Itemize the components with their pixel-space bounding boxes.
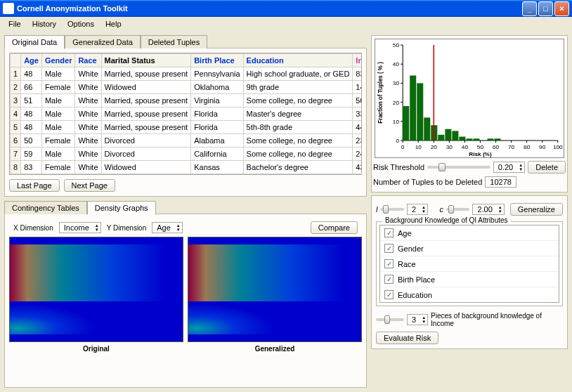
analysis-tabs: Contingency Tables Density Graphs bbox=[4, 201, 367, 214]
col-education[interactable]: Education bbox=[243, 54, 353, 67]
svg-rect-42 bbox=[445, 129, 451, 141]
evaluate-risk-button[interactable]: Evaluate Risk bbox=[376, 332, 438, 344]
tab-deleted-tuples[interactable]: Deleted Tuples bbox=[141, 35, 207, 48]
close-button[interactable]: × bbox=[554, 1, 569, 16]
bk-item[interactable]: ✓Birth Place bbox=[380, 272, 559, 287]
c-value[interactable]: 2.00▲▼ bbox=[472, 204, 504, 215]
generalize-button[interactable]: Generalize bbox=[510, 203, 563, 216]
checkbox-icon[interactable]: ✓ bbox=[384, 275, 394, 284]
c-label: c bbox=[439, 205, 443, 214]
minimize-button[interactable]: _ bbox=[522, 1, 537, 16]
app-icon bbox=[3, 3, 14, 14]
pieces-label: Pieces of background knowledge of Income bbox=[431, 312, 563, 327]
compare-button[interactable]: Compare bbox=[311, 221, 358, 234]
risk-threshold-label: Risk Threshold bbox=[373, 163, 424, 171]
menubar: File History Options Help bbox=[0, 17, 572, 31]
pieces-slider[interactable] bbox=[376, 318, 404, 321]
maximize-button[interactable]: □ bbox=[538, 1, 553, 16]
checkbox-icon[interactable]: ✓ bbox=[384, 244, 394, 253]
svg-text:70: 70 bbox=[508, 144, 515, 150]
col-income[interactable]: Income bbox=[353, 54, 362, 67]
next-page-button[interactable]: Next Page bbox=[64, 179, 115, 192]
window-title: Cornell Anonymization Toolkit bbox=[17, 4, 128, 13]
risk-threshold-value[interactable]: 0.20▲▼ bbox=[493, 162, 525, 173]
tab-original-data[interactable]: Original Data bbox=[4, 35, 65, 49]
generalized-label: Generalized bbox=[255, 345, 295, 353]
data-tabs: Original Data Generalized Data Deleted T… bbox=[4, 35, 367, 48]
data-table[interactable]: Age Gender Race Marital Status Birth Pla… bbox=[10, 53, 362, 174]
table-row[interactable]: 650FemaleWhiteDivorcedAlabamaSome colleg… bbox=[11, 134, 363, 148]
bk-item[interactable]: ✓Race bbox=[380, 256, 559, 272]
menu-help[interactable]: Help bbox=[100, 18, 127, 30]
menu-options[interactable]: Options bbox=[62, 18, 100, 30]
svg-text:40: 40 bbox=[462, 144, 469, 150]
svg-rect-43 bbox=[452, 131, 458, 141]
bk-attribute-list: ✓Age✓Gender✓Race✓Birth Place✓Education bbox=[379, 225, 559, 303]
l-label: l bbox=[376, 205, 377, 214]
checkbox-icon[interactable]: ✓ bbox=[384, 228, 394, 237]
col-marital[interactable]: Marital Status bbox=[101, 54, 191, 67]
original-density-map bbox=[9, 237, 183, 342]
table-row[interactable]: 351MaleWhiteMarried, spouse presentVirgi… bbox=[11, 94, 363, 107]
checkbox-icon[interactable]: ✓ bbox=[384, 290, 394, 299]
svg-text:0: 0 bbox=[396, 138, 399, 144]
checkbox-icon[interactable]: ✓ bbox=[384, 259, 394, 268]
svg-rect-45 bbox=[466, 138, 472, 141]
svg-rect-48 bbox=[487, 138, 493, 141]
l-value[interactable]: 2▲▼ bbox=[407, 204, 428, 215]
col-birth[interactable]: Birth Place bbox=[191, 54, 243, 67]
risk-histogram: 010203040500102030405060708090100Risk (%… bbox=[375, 39, 564, 158]
menu-file[interactable]: File bbox=[3, 18, 27, 30]
table-row[interactable]: 548MaleWhiteMarried, spouse presentFlori… bbox=[11, 121, 363, 134]
table-row[interactable]: 759MaleWhiteDivorcedCaliforniaSome colle… bbox=[11, 148, 363, 161]
bk-item[interactable]: ✓Gender bbox=[380, 241, 559, 256]
x-dim-label: X Dimension bbox=[13, 224, 53, 232]
c-slider[interactable] bbox=[446, 208, 470, 211]
l-slider[interactable] bbox=[380, 208, 404, 211]
bk-item[interactable]: ✓Education bbox=[380, 287, 559, 302]
menu-history[interactable]: History bbox=[27, 18, 62, 30]
generalized-density-map bbox=[188, 237, 362, 342]
svg-rect-38 bbox=[417, 83, 423, 141]
tab-contingency[interactable]: Contingency Tables bbox=[4, 201, 87, 214]
y-dim-select[interactable]: Age▲▼ bbox=[152, 222, 183, 233]
col-age[interactable]: Age bbox=[21, 54, 42, 67]
svg-text:Fraction of Tuples ( % ): Fraction of Tuples ( % ) bbox=[377, 62, 384, 124]
bk-item[interactable]: ✓Age bbox=[380, 226, 559, 241]
x-dim-select[interactable]: Income▲▼ bbox=[59, 222, 101, 233]
svg-rect-46 bbox=[473, 138, 479, 141]
svg-text:100: 100 bbox=[553, 144, 563, 150]
table-row[interactable]: 266FemaleWhiteWidowedOklahoma9th grade14… bbox=[11, 81, 363, 94]
svg-rect-41 bbox=[438, 135, 444, 141]
delete-button[interactable]: Delete bbox=[528, 161, 566, 174]
svg-rect-37 bbox=[410, 76, 416, 141]
svg-text:20: 20 bbox=[393, 100, 400, 106]
svg-text:30: 30 bbox=[446, 144, 453, 150]
svg-rect-49 bbox=[495, 138, 501, 141]
svg-text:60: 60 bbox=[493, 144, 500, 150]
svg-text:Risk (%): Risk (%) bbox=[469, 151, 492, 157]
num-tuples-value: 10278 bbox=[485, 176, 516, 188]
svg-text:80: 80 bbox=[524, 144, 531, 150]
svg-text:50: 50 bbox=[477, 144, 484, 150]
svg-text:20: 20 bbox=[431, 144, 438, 150]
table-row[interactable]: 148MaleWhiteMarried, spouse presentPenns… bbox=[11, 67, 363, 81]
titlebar[interactable]: Cornell Anonymization Toolkit _ □ × bbox=[0, 0, 572, 17]
svg-rect-44 bbox=[459, 137, 465, 141]
col-race[interactable]: Race bbox=[75, 54, 101, 67]
svg-text:10: 10 bbox=[415, 144, 422, 150]
col-gender[interactable]: Gender bbox=[41, 54, 75, 67]
risk-threshold-slider[interactable] bbox=[427, 166, 490, 169]
svg-rect-36 bbox=[403, 106, 409, 141]
svg-text:50: 50 bbox=[393, 42, 400, 48]
svg-text:40: 40 bbox=[393, 61, 400, 67]
svg-text:30: 30 bbox=[393, 81, 400, 87]
pieces-value[interactable]: 3▲▼ bbox=[407, 314, 428, 325]
svg-text:90: 90 bbox=[539, 144, 546, 150]
y-dim-label: Y Dimension bbox=[107, 224, 147, 232]
tab-generalized-data[interactable]: Generalized Data bbox=[65, 35, 141, 48]
tab-density[interactable]: Density Graphs bbox=[87, 201, 156, 215]
table-row[interactable]: 448MaleWhiteMarried, spouse presentFlori… bbox=[11, 107, 363, 121]
last-page-button[interactable]: Last Page bbox=[9, 179, 60, 192]
table-row[interactable]: 883FemaleWhiteWidowedKansasBachelor's de… bbox=[11, 161, 363, 174]
